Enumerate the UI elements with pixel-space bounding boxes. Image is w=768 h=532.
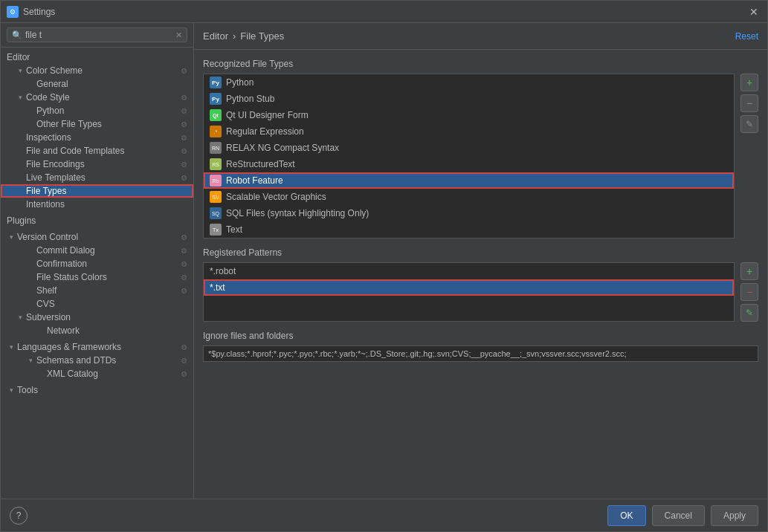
patterns-buttons: + − ✎ [740,262,758,322]
edit-pattern-button[interactable]: ✎ [740,304,758,322]
file-type-row-qt[interactable]: Qt Qt UI Designer Form [204,107,734,123]
pattern-row-robot[interactable]: *.robot [204,263,734,279]
settings-window: ⚙ Settings ✕ 🔍 ✕ Editor [0,0,768,532]
sidebar-item-cvs[interactable]: CVS [1,297,193,311]
add-file-type-button[interactable]: + [740,74,758,91]
sidebar-item-plugins: Plugins [1,214,193,227]
gear-icon: ⚙ [181,94,187,102]
recognized-section-label: Recognized File Types [203,59,758,69]
ok-button[interactable]: OK [607,505,645,526]
breadcrumb-separator: › [233,30,236,42]
sidebar-item-file-status-colors[interactable]: File Status Colors ⚙ [1,270,193,284]
leaf-arrow [16,200,25,209]
sidebar-item-editor: Editor [1,51,193,64]
python-icon: Py [210,77,222,88]
leaf-arrow [26,299,35,308]
file-type-row-python-stub[interactable]: Py Python Stub [204,91,734,107]
sidebar-item-network[interactable]: Network [1,324,193,337]
recognized-list-container: Py Python Py Python Stub Qt Qt UI Design… [203,74,735,239]
sidebar-item-lang-frameworks[interactable]: Languages & Frameworks ⚙ [1,340,193,354]
sidebar-item-xml-catalog[interactable]: XML Catalog ⚙ [1,367,193,380]
sidebar-item-commit-dialog[interactable]: Commit Dialog ⚙ [1,244,193,257]
recognized-section: Recognized File Types Py Python Py Pyt [203,59,758,239]
sidebar-item-general[interactable]: General [1,77,193,91]
sidebar-item-shelf[interactable]: Shelf ⚙ [1,284,193,297]
leaf-arrow [26,246,35,255]
patterns-list[interactable]: *.robot *.txt [204,263,734,296]
text-icon: Tx [210,224,222,236]
recognized-file-list[interactable]: Py Python Py Python Stub Qt Qt UI Design… [204,74,734,238]
content-area: 🔍 ✕ Editor Color Scheme ⚙ Gener [1,23,767,499]
expand-arrow [7,233,16,241]
leaf-arrow [16,160,25,169]
search-clear-icon[interactable]: ✕ [175,30,182,40]
file-type-row-sql[interactable]: SQ SQL Files (syntax Highlighting Only) [204,205,734,221]
sidebar-item-inspections[interactable]: Inspections ⚙ [1,131,193,144]
sidebar-item-other-file-types[interactable]: Other File Types ⚙ [1,117,193,131]
gear-icon: ⚙ [181,107,187,115]
file-type-row-robot[interactable]: Rb Robot Feature [204,172,734,189]
title-bar: ⚙ Settings ✕ [1,1,767,23]
apply-button[interactable]: Apply [711,505,758,526]
sidebar-item-schemas[interactable]: Schemas and DTDs ⚙ [1,354,193,367]
python-stub-icon: Py [210,93,222,105]
gear-icon: ⚙ [181,273,187,282]
sidebar-item-color-scheme[interactable]: Color Scheme ⚙ [1,64,193,77]
remove-pattern-button[interactable]: − [740,283,758,301]
cancel-button[interactable]: Cancel [652,505,705,526]
file-type-row-relax[interactable]: RN RELAX NG Compact Syntax [204,140,734,156]
leaf-arrow [16,186,25,195]
search-icon: 🔍 [12,30,22,40]
sidebar-item-version-control[interactable]: Version Control ⚙ [1,230,193,244]
file-type-row-python[interactable]: Py Python [204,74,734,91]
file-type-row-regex[interactable]: .* Regular Expression [204,123,734,140]
sidebar-item-subversion[interactable]: Subversion [1,311,193,324]
breadcrumb-parent: Editor [203,30,228,42]
recognized-buttons: + − ✎ [740,74,758,239]
gear-icon: ⚙ [181,67,187,75]
leaf-arrow [16,173,25,182]
gear-icon: ⚙ [181,174,187,182]
sidebar: 🔍 ✕ Editor Color Scheme ⚙ Gener [1,23,194,499]
panel-content: Recognized File Types Py Python Py Pyt [194,50,767,499]
sql-icon: SQ [210,207,222,219]
sidebar-item-intentions[interactable]: Intentions [1,198,193,211]
sidebar-item-tools[interactable]: Tools [1,383,193,397]
file-type-row-svg[interactable]: SV Scalable Vector Graphics [204,189,734,205]
close-button[interactable]: ✕ [746,4,761,19]
sidebar-item-file-types[interactable]: File Types [1,184,193,198]
leaf-arrow [26,286,35,295]
qt-icon: Qt [210,109,222,121]
gear-icon: ⚙ [181,343,187,351]
file-type-row-text[interactable]: Tx Text [204,221,734,238]
patterns-section: Registered Patterns *.robot *.txt [203,247,758,322]
search-input[interactable] [25,30,175,40]
expand-arrow [26,356,35,365]
sidebar-item-file-and-code-templates[interactable]: File and Code Templates ⚙ [1,144,193,158]
reset-link[interactable]: Reset [735,31,758,42]
ignore-input[interactable] [203,346,758,362]
sidebar-item-live-templates[interactable]: Live Templates ⚙ [1,171,193,184]
gear-icon: ⚙ [181,287,187,295]
gear-icon: ⚙ [181,370,187,378]
pattern-row-txt[interactable]: *.txt [204,279,734,296]
edit-file-type-button[interactable]: ✎ [740,115,758,133]
remove-file-type-button[interactable]: − [740,94,758,112]
leaf-arrow [36,369,45,378]
sidebar-item-code-style[interactable]: Code Style ⚙ [1,91,193,104]
sidebar-item-confirmation[interactable]: Confirmation ⚙ [1,257,193,270]
leaf-arrow [16,133,25,142]
expand-arrow [16,66,25,75]
file-type-row-rst[interactable]: RS ReStructuredText [204,156,734,172]
sidebar-item-file-encodings[interactable]: File Encodings ⚙ [1,158,193,171]
ignore-section-label: Ignore files and folders [203,331,758,341]
sidebar-item-python[interactable]: Python ⚙ [1,104,193,117]
patterns-section-label: Registered Patterns [203,247,758,258]
help-button[interactable]: ? [10,507,28,525]
add-pattern-button[interactable]: + [740,262,758,280]
patterns-list-area: *.robot *.txt + − ✎ [203,262,758,322]
leaf-arrow [26,273,35,282]
gear-icon: ⚙ [181,233,187,241]
gear-icon: ⚙ [181,247,187,255]
panel-header: Editor › File Types Reset [194,23,767,50]
